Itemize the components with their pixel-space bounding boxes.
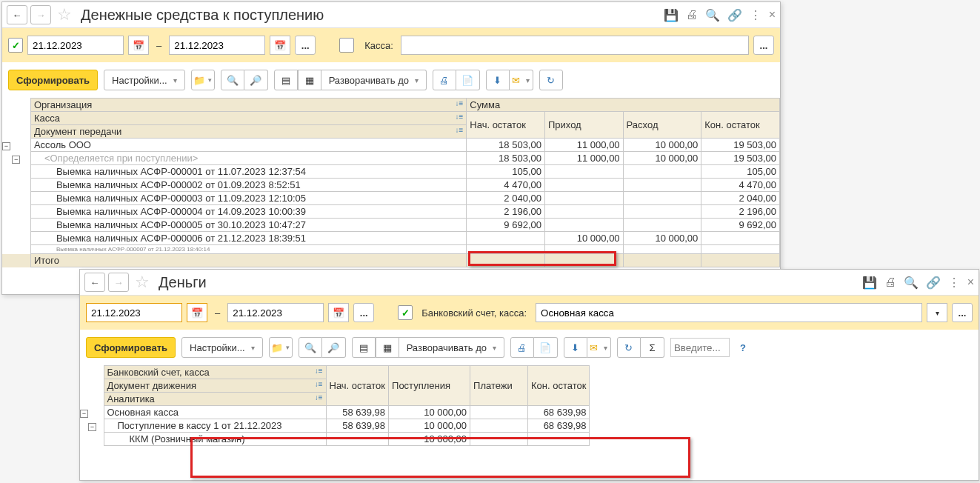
variants-button[interactable]: 📁▾ (191, 70, 215, 90)
find-button[interactable]: 🔍 (221, 70, 244, 90)
search-input[interactable] (670, 338, 730, 357)
cell-label: Ассоль ООО (30, 139, 466, 152)
print-button[interactable]: 🖨 (433, 70, 456, 90)
col-end: Кон. остаток (528, 366, 590, 406)
printer-icon: 🖨 (439, 75, 449, 86)
find-next-button[interactable]: 🔎 (322, 337, 346, 358)
date-from-calendar-button[interactable]: 📅 (128, 36, 149, 55)
expand-all-button[interactable]: ▤ (352, 337, 376, 358)
folder-icon: 📁 (271, 342, 283, 353)
table-row: Выемка наличных АСФР-000004 от 14.09.202… (2, 205, 780, 219)
date-to-input[interactable] (169, 36, 265, 55)
total-label: Итого (30, 254, 466, 267)
close-icon[interactable]: × (967, 276, 974, 289)
period-more-button[interactable]: ... (295, 36, 316, 55)
col-analytics: Аналитика↓≡ (104, 393, 326, 406)
nav-forward-button[interactable]: → (108, 273, 129, 292)
sum-button[interactable]: Σ (641, 337, 664, 358)
send-email-button[interactable]: ✉ (587, 337, 611, 358)
date-to-input[interactable] (227, 303, 324, 322)
print-icon[interactable]: 🖨 (686, 8, 698, 21)
generate-button[interactable]: Сформировать (86, 337, 176, 358)
preview-button[interactable]: 📄 (456, 70, 480, 90)
col-doc: Документ движения↓≡ (104, 379, 326, 393)
nav-back-button[interactable]: ← (7, 5, 27, 24)
cell-label: Выемка наличных АСФР-000001 от 11.07.202… (30, 165, 466, 179)
account-dropdown-button[interactable]: ▾ (927, 303, 947, 322)
col-expense: Платежи (470, 366, 528, 406)
date-from-calendar-button[interactable]: 📅 (187, 303, 207, 322)
more-icon[interactable]: ⋮ (948, 276, 960, 290)
date-from-input[interactable] (27, 36, 124, 55)
account-checkbox[interactable] (398, 305, 413, 320)
expand-all-button[interactable]: ▤ (274, 70, 298, 90)
save-file-button[interactable]: ⬇ (486, 70, 510, 90)
cell-label: Выемка наличных АСФР-000005 от 30.10.202… (30, 219, 466, 232)
nav-forward-button[interactable]: → (30, 5, 51, 24)
search-next-icon: 🔎 (250, 75, 261, 86)
settings-button[interactable]: Настройки... (181, 337, 263, 358)
save-icon[interactable]: 💾 (664, 8, 679, 22)
print-button[interactable]: 🖨 (510, 337, 534, 358)
favorite-icon[interactable]: ☆ (54, 5, 75, 24)
refresh-button[interactable]: ↻ (539, 70, 563, 90)
period-more-button[interactable]: ... (353, 303, 374, 322)
nav-back-button[interactable]: ← (84, 273, 105, 292)
total-row: Итого (2, 254, 780, 267)
row-expander[interactable]: − (12, 156, 20, 164)
find-button[interactable]: 🔍 (299, 337, 322, 358)
kassa-input[interactable] (401, 36, 749, 55)
generate-button[interactable]: Сформировать (8, 70, 98, 90)
cell-label: Выемка наличных АСФР-000006 от 21.12.202… (30, 232, 466, 245)
row-expander[interactable]: − (2, 142, 10, 150)
help-icon[interactable]: ? (736, 342, 746, 353)
col-doc: Документ передачи↓≡ (30, 125, 466, 139)
filter-bar: 📅 – 📅 ... Банковский счет, касса: ▾ ... (80, 296, 979, 330)
cash-incoming-window: ← → ☆ Денежные средства к поступлению 💾 … (1, 1, 781, 295)
period-checkbox[interactable] (8, 38, 23, 53)
account-more-button[interactable]: ... (952, 303, 973, 322)
date-from-input[interactable] (86, 303, 182, 322)
more-icon[interactable]: ⋮ (750, 8, 761, 22)
refresh-button[interactable]: ↻ (617, 337, 641, 358)
cell-label: Основная касса (104, 406, 326, 419)
send-email-button[interactable]: ✉ (510, 70, 533, 90)
toolbar: Сформировать Настройки... 📁▾ 🔍 🔎 ▤ ▦ Раз… (80, 330, 979, 365)
cell-label: ККМ (Розничный магазин) (104, 433, 326, 446)
kassa-more-button[interactable]: ... (753, 36, 774, 55)
preview-icon[interactable]: 🔍 (705, 8, 720, 22)
date-separator: – (153, 40, 164, 51)
collapse-all-button[interactable]: ▦ (298, 70, 321, 90)
save-icon[interactable]: 💾 (862, 276, 877, 290)
print-icon[interactable]: 🖨 (884, 276, 896, 289)
money-window: ← → ☆ Деньги 💾 🖨 🔍 🔗 ⋮ × 📅 – 📅 ... Банко… (79, 269, 979, 481)
account-input[interactable] (536, 303, 922, 322)
date-to-calendar-button[interactable]: 📅 (270, 36, 290, 55)
row-expander[interactable]: − (88, 423, 96, 431)
save-file-button[interactable]: ⬇ (564, 337, 587, 358)
find-next-button[interactable]: 🔎 (244, 70, 268, 90)
settings-button[interactable]: Настройки... (104, 70, 185, 90)
preview-icon[interactable]: 🔍 (904, 276, 919, 290)
col-income: Приход (544, 112, 623, 139)
col-sum: Сумма (467, 99, 780, 112)
search-icon: 🔍 (227, 75, 239, 86)
col-income: Поступления (389, 366, 470, 406)
calendar-icon: 📅 (191, 307, 203, 319)
expand-to-button[interactable]: Разворачивать до (399, 337, 504, 358)
date-to-calendar-button[interactable]: 📅 (328, 303, 349, 322)
table-row: − Основная касса 58 639,98 10 000,00 68 … (80, 406, 590, 419)
collapse-all-button[interactable]: ▦ (376, 337, 399, 358)
preview-button[interactable]: 📄 (534, 337, 558, 358)
table-row: Выемка наличных АСФР-000007 от 21.12.202… (2, 245, 780, 254)
link-icon[interactable]: 🔗 (926, 276, 941, 290)
row-expander[interactable]: − (80, 410, 88, 418)
favorite-icon[interactable]: ☆ (132, 273, 153, 292)
close-icon[interactable]: × (769, 8, 776, 21)
expand-to-button[interactable]: Разворачивать до (321, 70, 427, 90)
variants-button[interactable]: 📁▾ (269, 337, 293, 358)
cell-label: Поступление в кассу 1 от 21.12.2023 (104, 419, 326, 433)
kassa-checkbox[interactable] (339, 38, 354, 53)
link-icon[interactable]: 🔗 (727, 8, 742, 22)
collapse-icon: ▦ (305, 75, 314, 86)
